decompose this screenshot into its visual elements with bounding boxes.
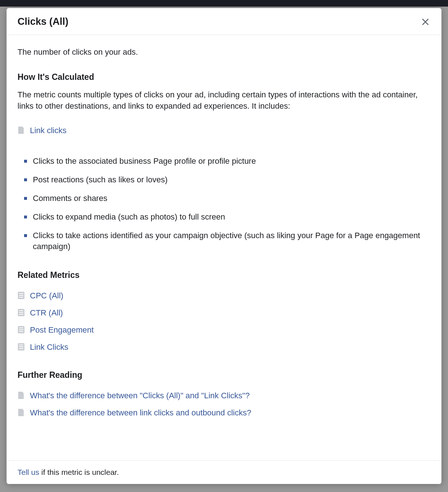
svg-rect-4	[19, 295, 23, 296]
further-reading-row: What's the difference between "Clicks (A…	[18, 387, 430, 404]
how-calculated-heading: How It's Calculated	[18, 71, 430, 83]
document-icon	[18, 126, 25, 134]
svg-rect-8	[19, 312, 23, 313]
list-item: Comments or shares	[24, 189, 430, 208]
modal-header: Clicks (All)	[7, 8, 441, 35]
footer-text: if this metric is unclear.	[39, 468, 119, 476]
bullet-text: Post reactions (such as likes or loves)	[33, 174, 167, 186]
metric-help-modal: Clicks (All) The number of clicks on you…	[7, 8, 441, 484]
list-item: Clicks to take actions identified as you…	[24, 226, 430, 256]
tell-us-link[interactable]: Tell us	[18, 468, 39, 476]
list-icon	[18, 326, 25, 334]
related-metric-row: CTR (All)	[18, 305, 430, 322]
further-reading-row: What's the difference between link click…	[18, 404, 430, 422]
list-item: Clicks to the associated business Page p…	[24, 152, 430, 171]
intro-text: The number of clicks on your ads.	[18, 47, 430, 58]
post-engagement-link[interactable]: Post Engagement	[30, 325, 94, 336]
bullet-text: Clicks to expand media (such as photos) …	[33, 212, 225, 223]
document-icon	[18, 408, 25, 417]
how-calculated-paragraph: The metric counts multiple types of clic…	[18, 89, 430, 112]
includes-bullet-list: Clicks to the associated business Page p…	[24, 152, 430, 256]
modal-body: The number of clicks on your ads. How It…	[7, 35, 441, 460]
related-metric-row: CPC (All)	[18, 287, 430, 305]
svg-rect-17	[19, 348, 23, 349]
svg-rect-9	[19, 314, 23, 315]
cpc-all-link[interactable]: CPC (All)	[30, 290, 63, 302]
related-metric-row: Post Engagement	[18, 322, 430, 339]
svg-rect-12	[19, 329, 23, 330]
document-icon	[18, 391, 25, 399]
list-icon	[18, 309, 25, 317]
square-bullet-icon	[24, 216, 27, 218]
close-icon	[421, 18, 430, 26]
modal-footer: Tell us if this metric is unclear.	[7, 460, 441, 484]
further-reading-link[interactable]: What's the difference between "Clicks (A…	[30, 390, 250, 402]
bullet-text: Clicks to take actions identified as you…	[33, 230, 430, 253]
svg-rect-11	[19, 328, 23, 328]
list-item: Post reactions (such as likes or loves)	[24, 171, 430, 189]
svg-rect-3	[19, 293, 23, 294]
list-item: Clicks to expand media (such as photos) …	[24, 208, 430, 226]
svg-rect-7	[19, 310, 23, 311]
further-reading-link[interactable]: What's the difference between link click…	[30, 407, 251, 419]
list-icon	[18, 343, 25, 351]
link-clicks-link[interactable]: Link clicks	[30, 125, 66, 136]
top-bar	[0, 0, 448, 7]
svg-rect-16	[19, 346, 23, 347]
link-clicks-link-row: Link clicks	[18, 122, 430, 139]
bullet-text: Comments or shares	[33, 193, 107, 204]
svg-rect-5	[19, 297, 23, 298]
square-bullet-icon	[24, 160, 27, 163]
related-metric-row: Link Clicks	[18, 339, 430, 356]
related-metrics-heading: Related Metrics	[18, 269, 430, 281]
includes-link-list: Link clicks	[18, 122, 430, 139]
square-bullet-icon	[24, 197, 27, 200]
further-reading-heading: Further Reading	[18, 369, 430, 381]
modal-title: Clicks (All)	[18, 16, 69, 27]
further-reading-list: What's the difference between "Clicks (A…	[18, 387, 430, 422]
list-icon	[18, 291, 25, 299]
close-button[interactable]	[420, 17, 430, 27]
svg-rect-15	[19, 345, 23, 345]
link-clicks-related-link[interactable]: Link Clicks	[30, 342, 68, 353]
square-bullet-icon	[24, 178, 27, 181]
ctr-all-link[interactable]: CTR (All)	[30, 307, 63, 319]
square-bullet-icon	[24, 234, 27, 237]
related-metrics-list: CPC (All) CTR (All) Post Engagem	[18, 287, 430, 356]
bullet-text: Clicks to the associated business Page p…	[33, 156, 256, 167]
svg-rect-13	[19, 331, 23, 332]
